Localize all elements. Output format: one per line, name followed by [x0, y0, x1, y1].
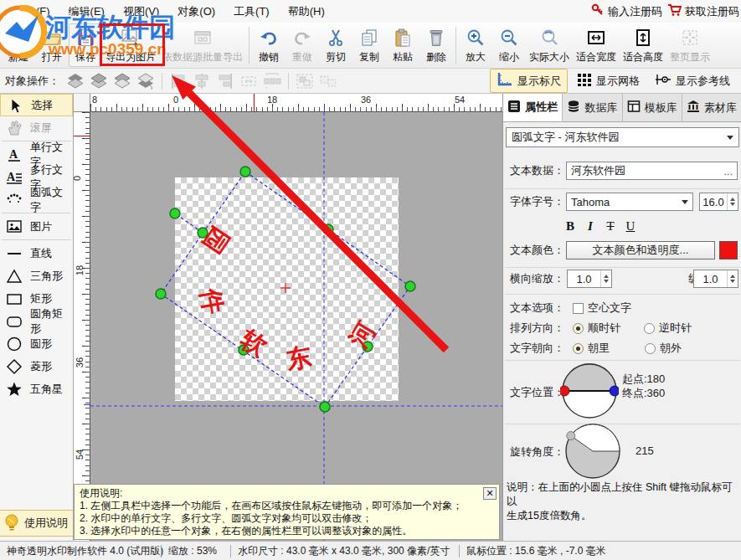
- open-button[interactable]: 打开: [35, 23, 69, 67]
- font-family-dropdown[interactable]: Tahoma: [566, 193, 693, 211]
- tool-star[interactable]: 五角星: [0, 378, 73, 400]
- send-to-back-icon[interactable]: [135, 71, 157, 91]
- cart-icon: [667, 3, 682, 19]
- tab-properties[interactable]: 属性栏: [503, 94, 563, 121]
- hollow-text-checkbox[interactable]: [573, 303, 584, 314]
- face-outward-radio[interactable]: [645, 343, 656, 354]
- spinner-arrows-icon[interactable]: [727, 270, 738, 287]
- rotation-dial-handle[interactable]: [567, 432, 575, 440]
- export-image-icon: [120, 27, 142, 49]
- font-row: 字体字号： Tahoma 16.0: [503, 194, 741, 209]
- text-color-row: 文本颜色： 文本颜色和透明度...: [503, 243, 741, 258]
- object-selector-dropdown[interactable]: 圆弧文字 - 河东软件园: [506, 127, 739, 147]
- arc-text-char[interactable]: 件: [198, 287, 227, 316]
- menu-file[interactable]: 文件(F): [7, 2, 58, 22]
- strikethrough-button[interactable]: T: [600, 218, 620, 234]
- redo-icon: [291, 27, 313, 49]
- tab-materials[interactable]: 素材库: [682, 94, 741, 121]
- arc-text-object[interactable]: 河东软件园: [90, 112, 502, 541]
- panel-tabs: 属性栏 数据库 模板库 素材库: [503, 94, 741, 122]
- tool-arc-text[interactable]: 圆弧文字: [0, 188, 73, 211]
- menu-tools[interactable]: 工具(T): [226, 2, 277, 22]
- usage-help-button[interactable]: 使用说明: [0, 510, 73, 537]
- menu-help[interactable]: 帮助(H): [280, 2, 332, 22]
- save-button[interactable]: 保存: [69, 23, 102, 67]
- properties-panel: 属性栏 数据库 模板库 素材库 圆弧文字 - 河东软件园 文本数据： 河东软件园: [502, 94, 741, 541]
- enter-register-code-button[interactable]: 输入注册码: [591, 3, 662, 19]
- menu-view[interactable]: 视图(V): [116, 2, 167, 22]
- menu-object[interactable]: 对象(O): [170, 2, 223, 22]
- tool-select[interactable]: 选择: [0, 94, 73, 116]
- zoom-in-button[interactable]: 放大: [459, 23, 492, 67]
- tool-triangle[interactable]: 三角形: [0, 265, 73, 287]
- text-color-swatch[interactable]: [719, 241, 738, 259]
- send-backward-icon[interactable]: [111, 71, 133, 91]
- guides-icon: [655, 73, 672, 89]
- show-grid-button[interactable]: 显示网格: [571, 70, 646, 91]
- arc-text-char[interactable]: 软: [237, 326, 271, 361]
- zoom-out-button[interactable]: 缩小: [492, 23, 526, 67]
- copy-icon: [358, 27, 380, 49]
- clockwise-radio[interactable]: [573, 323, 584, 334]
- spinner-arrows-icon[interactable]: [600, 270, 611, 287]
- text-color-button[interactable]: 文本颜色和透明度...: [566, 241, 715, 259]
- tab-database[interactable]: 数据库: [563, 94, 622, 121]
- undo-icon: [258, 27, 280, 49]
- cut-scissors-icon: [325, 27, 347, 49]
- undo-button[interactable]: 撤销: [252, 23, 286, 67]
- bring-to-front-icon[interactable]: [64, 71, 86, 91]
- counterclockwise-radio[interactable]: [644, 323, 655, 334]
- face-inward-radio[interactable]: [573, 343, 584, 354]
- paste-button[interactable]: 粘贴: [386, 23, 419, 67]
- arc-text-char[interactable]: 东: [284, 343, 313, 372]
- italic-button[interactable]: I: [580, 218, 600, 234]
- scale-v-spinner[interactable]: 1.0: [693, 270, 738, 288]
- underline-button[interactable]: U: [620, 218, 641, 234]
- close-icon[interactable]: ✕: [483, 487, 497, 500]
- guide-y-marker: [84, 404, 90, 405]
- new-button[interactable]: 新建: [2, 23, 35, 67]
- tool-rounded-rectangle[interactable]: 圆角矩形: [0, 310, 73, 332]
- arc-text-char[interactable]: 河: [345, 317, 379, 352]
- ruler-label: 18: [267, 95, 277, 105]
- arc-text-char[interactable]: 园: [198, 223, 234, 258]
- ruler-icon: [497, 72, 513, 90]
- show-guides-button[interactable]: 显示参考线: [649, 70, 736, 91]
- watermark-size: 水印尺寸 : 43.0 毫米 x 43.0 毫米, 300 像素/英寸: [231, 544, 459, 558]
- fit-width-button[interactable]: 适合宽度: [573, 23, 620, 67]
- text-data-input[interactable]: 河东软件园 ...: [566, 162, 738, 180]
- copy-button[interactable]: 复制: [352, 23, 386, 67]
- tool-image[interactable]: 图片: [0, 215, 73, 238]
- show-ruler-button[interactable]: 显示标尺: [490, 69, 568, 93]
- instruction-line: 3. 选择水印中的任意一个对象，在右侧的属性栏里可以调整该对象的属性。: [80, 525, 494, 537]
- full-page-icon: [679, 27, 701, 49]
- full-page-button: 整页显示: [666, 23, 713, 67]
- end-angle-handle[interactable]: [610, 386, 619, 396]
- tab-templates[interactable]: 模板库: [623, 94, 682, 121]
- more-button[interactable]: ...: [723, 165, 733, 177]
- status-bar: 神奇透明水印制作软件 4.0 (试用版) 缩放 : 53% 水印尺寸 : 43.…: [0, 541, 741, 560]
- cut-button[interactable]: 剪切: [319, 23, 352, 67]
- rotation-dial[interactable]: [563, 422, 622, 480]
- actual-size-button[interactable]: 实际大小: [526, 23, 573, 67]
- bring-forward-icon[interactable]: [88, 71, 110, 91]
- spinner-arrows-icon[interactable]: [727, 193, 738, 210]
- guide-x-marker: [324, 105, 325, 112]
- get-register-code-button[interactable]: 获取注册码: [667, 3, 739, 19]
- fit-height-button[interactable]: 适合高度: [620, 23, 666, 67]
- delete-button[interactable]: 删除: [419, 23, 453, 67]
- tool-diamond[interactable]: 菱形: [0, 355, 73, 378]
- bold-button[interactable]: B: [560, 218, 580, 234]
- text-position-dial[interactable]: [560, 362, 619, 420]
- tool-line[interactable]: 直线: [0, 242, 73, 265]
- scale-h-spinner[interactable]: 1.0: [567, 270, 612, 288]
- font-size-spinner[interactable]: 16.0: [699, 193, 738, 211]
- canvas-viewport[interactable]: 河东软件园: [90, 112, 502, 541]
- object-toolbar: 对象操作： 显示标尺 显示网格 显示参考线: [0, 69, 741, 94]
- menu-edit[interactable]: 编辑(E): [61, 2, 112, 22]
- multi-line-text-icon: A: [4, 168, 24, 187]
- start-angle-handle[interactable]: [560, 386, 569, 396]
- export-image-button[interactable]: 导出为图片: [102, 23, 159, 67]
- bank-icon: [687, 100, 700, 116]
- rounded-rectangle-icon: [4, 312, 24, 331]
